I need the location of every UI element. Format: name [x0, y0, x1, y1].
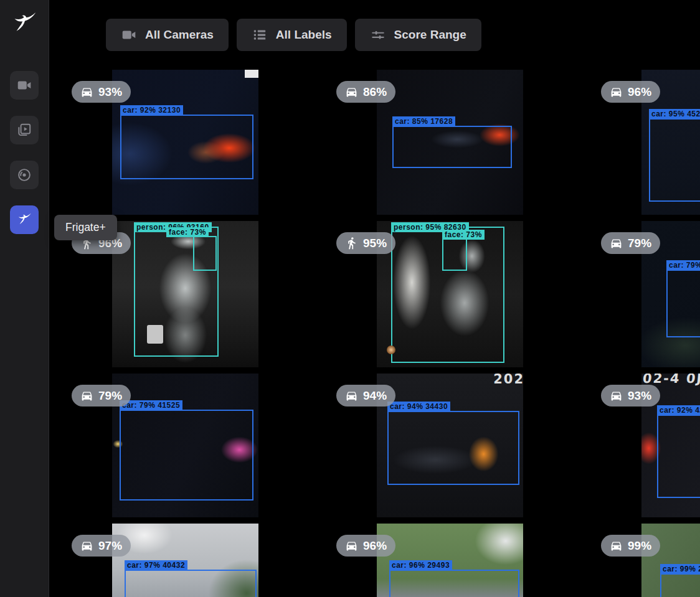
- detection-bounding-box: car: 94% 34430: [387, 411, 519, 485]
- snapshot-thumbnail: car: 97% 40432: [112, 524, 258, 597]
- submission-tile[interactable]: car: 95% 45260 96%: [589, 70, 700, 215]
- camera-timestamp-overlay: 202: [493, 374, 523, 387]
- detection-bounding-box: car: 85% 17628: [392, 126, 512, 168]
- score-range-label: Score Range: [394, 28, 466, 42]
- sidebar-item-review[interactable]: [10, 116, 39, 144]
- all-labels-button[interactable]: All Labels: [237, 19, 347, 51]
- car-icon: [80, 389, 93, 402]
- detection-bounding-box: car: 97% 40432: [125, 570, 257, 597]
- score-badge: 93%: [601, 385, 660, 407]
- badge-score: 99%: [628, 539, 651, 553]
- submission-tile[interactable]: car: 97% 40432 97%: [60, 524, 324, 597]
- badge-score: 79%: [628, 237, 651, 250]
- filter-toolbar: All Cameras All Labels Score Range: [106, 19, 481, 51]
- score-badge: 86%: [336, 81, 395, 103]
- car-icon: [345, 85, 358, 98]
- list-icon: [252, 27, 268, 43]
- score-range-button[interactable]: Score Range: [355, 19, 481, 51]
- sidebar: [0, 0, 49, 597]
- detection-bounding-box: car: 96% 29493: [389, 570, 519, 597]
- snapshot-thumbnail: 202 car: 94% 34430: [377, 374, 523, 517]
- snapshot-thumbnail: person: 96% 93160 face: 73%: [112, 221, 258, 367]
- detection-bounding-box: car: 99% 25: [660, 573, 700, 597]
- score-badge: 96%: [601, 81, 660, 103]
- detection-box-label: car: 92% 32130: [120, 105, 183, 115]
- car-icon: [80, 539, 93, 552]
- face-box-label: face: 73%: [166, 227, 209, 237]
- detection-bounding-box: car: 79% 41525: [120, 410, 253, 501]
- badge-score: 93%: [98, 85, 122, 99]
- all-cameras-label: All Cameras: [145, 28, 214, 42]
- detection-bounding-box: car: 95% 45260: [649, 118, 700, 202]
- car-icon: [80, 85, 93, 98]
- car-icon: [610, 237, 623, 250]
- video-camera-icon: [121, 27, 137, 43]
- badge-score: 97%: [98, 539, 122, 553]
- camera-timestamp-overlay: 02-4 0J: [642, 374, 700, 386]
- snapshot-thumbnail: person: 95% 82630 face: 73%: [377, 221, 523, 367]
- score-badge: 95%: [336, 232, 395, 254]
- sidebar-item-live[interactable]: [10, 71, 39, 100]
- sidebar-nav: [0, 71, 49, 234]
- detection-box-label: car: 85% 17628: [392, 116, 455, 126]
- submission-tile[interactable]: person: 96% 93160 face: 73% 96%: [60, 221, 324, 367]
- detection-box-label: car: 95% 45260: [649, 109, 700, 119]
- snapshot-thumbnail: car: 96% 29493: [377, 524, 523, 597]
- score-badge: 97%: [72, 535, 131, 557]
- detection-bounding-box: car: 92% 4218: [657, 415, 700, 498]
- frigate-bird-icon: [11, 10, 38, 37]
- score-badge: 99%: [601, 535, 660, 557]
- badge-score: 96%: [363, 539, 387, 553]
- snapshot-thumbnail: car: 79% 41525: [112, 374, 258, 517]
- frigate-logo[interactable]: [11, 10, 38, 40]
- detection-box-label: car: 97% 40432: [125, 560, 187, 570]
- submission-tile[interactable]: 202 car: 94% 34430 94%: [324, 374, 589, 517]
- detection-box-label: car: 99% 25: [660, 564, 700, 574]
- detection-box-label: car: 92% 4218: [657, 405, 700, 415]
- all-cameras-button[interactable]: All Cameras: [106, 19, 229, 51]
- frigate-plus-submissions-page: Frigate+ All Cameras All Labels: [0, 0, 700, 597]
- detection-bounding-box: car: 79%: [666, 270, 700, 337]
- car-icon: [610, 85, 623, 98]
- car-icon: [345, 389, 358, 402]
- submission-tile[interactable]: car: 85% 17628 86%: [324, 70, 589, 215]
- detection-box-label: car: 94% 34430: [387, 402, 450, 411]
- badge-score: 95%: [363, 237, 387, 250]
- car-icon: [345, 539, 358, 552]
- person-icon: [345, 237, 358, 250]
- car-icon: [610, 389, 623, 402]
- sidebar-item-frigate-plus[interactable]: [10, 205, 39, 234]
- badge-score: 94%: [363, 389, 387, 403]
- car-icon: [610, 539, 623, 552]
- video-camera-icon: [16, 77, 32, 93]
- face-bounding-box: face: 73%: [442, 238, 467, 271]
- score-badge: 79%: [601, 232, 660, 254]
- face-box-label: face: 73%: [442, 230, 485, 240]
- submission-tile[interactable]: car: 96% 29493 96%: [324, 524, 589, 597]
- sidebar-item-export[interactable]: [10, 161, 39, 189]
- submission-tile[interactable]: person: 95% 82630 face: 73% 95%: [324, 221, 589, 367]
- snapshot-thumbnail: car: 92% 32130: [112, 70, 258, 215]
- disc-icon: [16, 167, 32, 183]
- snapshot-thumbnail: car: 85% 17628: [377, 70, 523, 215]
- score-badge: 96%: [336, 535, 395, 557]
- badge-score: 79%: [98, 389, 122, 403]
- submission-tile[interactable]: 02-4 0J car: 92% 4218 93%: [589, 374, 700, 517]
- submissions-grid: car: 92% 32130 93% car: 85% 17628 86%: [60, 70, 700, 597]
- face-bounding-box: face: 73%: [193, 236, 217, 271]
- submission-tile[interactable]: car: 79% 79%: [589, 221, 700, 367]
- sliders-icon: [370, 27, 386, 43]
- badge-score: 86%: [363, 85, 387, 99]
- detection-box-label: car: 79%: [666, 260, 700, 270]
- submission-tile[interactable]: car: 79% 41525 79%: [60, 374, 324, 517]
- score-badge: 79%: [72, 385, 131, 407]
- detection-bounding-box: car: 92% 32130: [120, 115, 253, 179]
- submission-tile[interactable]: car: 92% 32130 93%: [60, 70, 324, 215]
- badge-score: 96%: [628, 85, 651, 99]
- score-badge: 93%: [72, 81, 131, 103]
- main-content: All Cameras All Labels Score Range: [49, 0, 700, 597]
- frigate-bird-icon: [16, 212, 32, 228]
- submission-tile[interactable]: car: 99% 25 99%: [589, 524, 700, 597]
- badge-score: 93%: [628, 389, 651, 403]
- frigate-plus-tooltip: Frigate+: [54, 215, 117, 240]
